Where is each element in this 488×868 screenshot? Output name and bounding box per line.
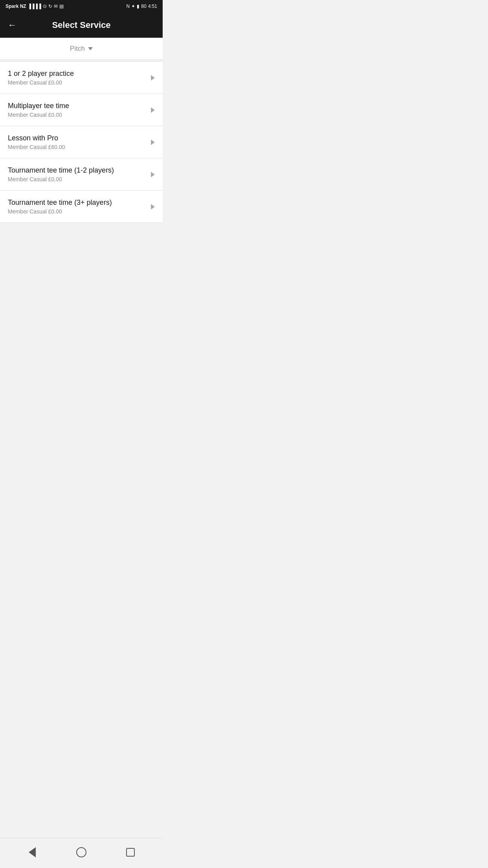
service-item[interactable]: 1 or 2 player practice Member Casual £0.…	[0, 61, 163, 94]
service-item-content: Lesson with Pro Member Casual £60.00	[8, 134, 147, 150]
bluetooth-icon: ✦	[131, 4, 135, 9]
data-icon: ▤	[59, 4, 64, 9]
chevron-right-icon	[151, 75, 155, 81]
content-spacer	[0, 223, 163, 262]
status-left: Spark NZ ▐▐▐▐ ⊙ ↻ ✉ ▤	[6, 4, 64, 9]
nfc-icon: N	[127, 4, 130, 9]
signal-bars-icon: ▐▐▐▐	[28, 4, 41, 9]
service-item-subtitle: Member Casual £60.00	[8, 144, 147, 150]
filter-bar: Pitch	[0, 38, 163, 60]
app-header: ← Select Service	[0, 13, 163, 38]
battery-level: 80	[141, 4, 146, 9]
service-item-content: Tournament tee time (1-2 players) Member…	[8, 166, 147, 182]
time-label: 4:51	[148, 4, 157, 9]
service-item-subtitle: Member Casual £0.00	[8, 79, 147, 86]
service-item[interactable]: Multiplayer tee time Member Casual £0.00	[0, 94, 163, 126]
service-item-subtitle: Member Casual £0.00	[8, 208, 147, 215]
chevron-down-icon	[88, 47, 93, 50]
back-button[interactable]: ←	[8, 20, 17, 30]
back-icon: ←	[8, 20, 17, 30]
service-item-content: 1 or 2 player practice Member Casual £0.…	[8, 70, 147, 86]
service-item[interactable]: Tournament tee time (3+ players) Member …	[0, 191, 163, 223]
service-item-title: Tournament tee time (3+ players)	[8, 199, 147, 207]
service-item-content: Tournament tee time (3+ players) Member …	[8, 199, 147, 215]
pitch-dropdown-label: Pitch	[70, 45, 85, 53]
chevron-right-icon	[151, 107, 155, 113]
chevron-right-icon	[151, 140, 155, 145]
service-item-subtitle: Member Casual £0.00	[8, 176, 147, 182]
carrier-label: Spark NZ	[6, 4, 26, 9]
service-item-title: Multiplayer tee time	[8, 102, 147, 110]
battery-icon: ▮	[137, 4, 139, 9]
messenger-icon: ✉	[54, 4, 58, 9]
sync-icon: ↻	[48, 4, 52, 9]
chevron-right-icon	[151, 204, 155, 210]
page-title: Select Service	[52, 20, 110, 30]
service-item[interactable]: Lesson with Pro Member Casual £60.00	[0, 126, 163, 158]
pitch-dropdown[interactable]: Pitch	[70, 45, 93, 53]
service-item-content: Multiplayer tee time Member Casual £0.00	[8, 102, 147, 118]
service-item[interactable]: Tournament tee time (1-2 players) Member…	[0, 158, 163, 191]
chevron-right-icon	[151, 172, 155, 177]
service-list: 1 or 2 player practice Member Casual £0.…	[0, 61, 163, 223]
service-item-title: Lesson with Pro	[8, 134, 147, 142]
status-right: N ✦ ▮ 80 4:51	[127, 4, 157, 9]
wifi-icon: ⊙	[43, 4, 47, 9]
service-item-title: Tournament tee time (1-2 players)	[8, 166, 147, 175]
service-item-title: 1 or 2 player practice	[8, 70, 147, 78]
status-bar: Spark NZ ▐▐▐▐ ⊙ ↻ ✉ ▤ N ✦ ▮ 80 4:51	[0, 0, 163, 13]
service-item-subtitle: Member Casual £0.00	[8, 112, 147, 118]
